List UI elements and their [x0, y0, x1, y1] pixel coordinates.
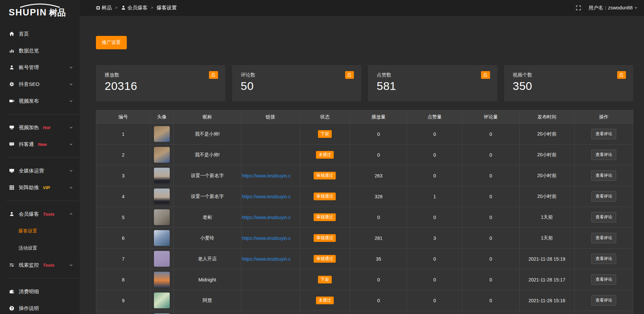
sidebar-item-account-management[interactable]: 账号管理 — [0, 59, 80, 76]
sidebar-item-label: 视频加热 — [19, 124, 39, 131]
view-comments-button[interactable]: 查看评论 — [591, 170, 616, 181]
table-cell: 未通过 — [300, 290, 350, 311]
status-badge: 审核通过 — [314, 255, 336, 263]
stat-card-label: 播放数 — [105, 72, 217, 78]
sidebar-item-tag: Tools — [43, 212, 54, 217]
table-cell — [150, 290, 173, 311]
promo-settings-button[interactable]: 推广设置 — [96, 36, 127, 49]
logo-en: SHUPIN — [9, 7, 47, 18]
table-cell: 2021-11-28 15:17 — [519, 269, 575, 290]
view-comments-button[interactable]: 查看评论 — [591, 274, 616, 285]
table-cell: 查看评论 — [575, 228, 633, 249]
table-cell: 查看评论 — [575, 165, 633, 186]
table-cell: 9 — [96, 290, 151, 311]
breadcrumb-item-0[interactable]: 树品 — [96, 5, 112, 11]
table-cell — [462, 311, 519, 314]
username-value: zswodun88 — [608, 5, 633, 10]
table-cell: 查看评论 — [575, 269, 633, 290]
fullscreen-icon[interactable] — [576, 5, 581, 11]
sliders-icon — [9, 262, 14, 268]
table-cell: 阿慧 — [173, 290, 241, 311]
sidebar-item-operation-guide[interactable]: 操作说明 — [0, 300, 80, 314]
status-badge: 下架 — [318, 130, 332, 138]
sidebar-item-media-operation[interactable]: 全媒体运营 — [0, 162, 80, 179]
view-comments-button[interactable]: 查看评论 — [591, 233, 616, 243]
sidebar-item-matrix-boost[interactable]: 矩阵助推VIP — [0, 179, 80, 196]
chevron-down-icon — [69, 82, 73, 86]
table-cell — [241, 311, 300, 314]
video-link[interactable]: https://www.iesdouyin.c — [242, 173, 291, 178]
sidebar-divider — [6, 278, 80, 278]
video-link[interactable]: https://www.iesdouyin.c — [242, 215, 291, 220]
table-cell: 0 — [350, 290, 407, 311]
table-cell: 0 — [462, 269, 519, 290]
sidebar-item-tag: VIP — [43, 185, 50, 190]
table-cell: 0 — [350, 207, 407, 228]
table-cell — [150, 145, 173, 165]
sidebar-item-tag: Hot — [43, 125, 50, 130]
breadcrumb-item-2[interactable]: 爆客设置 — [157, 5, 177, 11]
table-cell: 0 — [462, 145, 519, 165]
table-row: 9阿慧未通过0002021-11-28 15:16查看评论 — [96, 290, 633, 311]
view-comments-button[interactable]: 查看评论 — [591, 150, 616, 160]
breadcrumb-item-1[interactable]: 会员爆客 — [121, 5, 148, 11]
sidebar-subitem-baoke-settings[interactable]: 爆客设置 — [0, 222, 80, 240]
table-cell: 263 — [350, 165, 407, 186]
sidebar-item-douyin-seo[interactable]: 抖音SEO — [0, 76, 80, 93]
view-comments-button[interactable]: 查看评论 — [591, 212, 616, 222]
sidebar-item-clue-monitor[interactable]: 线索监控Tools — [0, 257, 80, 273]
sidebar-divider — [6, 201, 80, 201]
table-cell: 0 — [407, 145, 462, 165]
table-row: 6小爱玲https://www.iesdouyin.c审核通过281301天前查… — [96, 228, 633, 249]
user-icon — [9, 65, 14, 70]
wallet-icon — [9, 289, 14, 295]
table-cell — [150, 165, 173, 186]
help-icon — [9, 306, 14, 311]
avatar — [154, 126, 170, 142]
sidebar-item-member-baoke[interactable]: 会员爆客Tools — [0, 206, 80, 222]
column-header: 点赞量 — [407, 110, 462, 124]
table-cell: 0 — [350, 124, 407, 145]
status-badge: 未通过 — [316, 297, 334, 304]
topbar-right: 用户名：zswodun88 — [576, 5, 638, 11]
table-cell: 查看评论 — [575, 290, 633, 311]
table-cell — [150, 207, 173, 228]
sidebar-item-douketong[interactable]: 抖客通New — [0, 136, 80, 153]
user-menu[interactable]: 用户名：zswodun88 — [589, 5, 638, 11]
view-comments-button[interactable]: 查看评论 — [591, 254, 616, 264]
video-link[interactable]: https://www.iesdouyin.c — [242, 256, 291, 262]
table-cell: 20小时前 — [519, 124, 575, 145]
column-header: 状态 — [300, 110, 350, 124]
stat-card-1: 评论数50总 — [232, 65, 362, 101]
stat-card-label: 评论数 — [241, 72, 353, 78]
sidebar-item-video-heat[interactable]: 视频加热Hot — [0, 119, 80, 136]
sidebar-item-video-publish[interactable]: 视频发布 — [0, 93, 80, 109]
sidebar-item-home[interactable]: 首页 — [0, 25, 80, 42]
status-badge: 下架 — [318, 276, 332, 283]
view-comments-button[interactable]: 查看评论 — [591, 191, 616, 202]
video-link[interactable]: https://www.iesdouyin.c — [242, 235, 291, 241]
table-cell: 审核通过 — [300, 207, 350, 228]
table-cell: 4 — [96, 186, 151, 207]
column-header: 操作 — [575, 110, 633, 124]
table-cell: 查看评论 — [575, 249, 633, 269]
table-cell: 0 — [407, 165, 462, 186]
view-comments-button[interactable]: 查看评论 — [591, 129, 616, 139]
status-badge: 审核通过 — [314, 234, 336, 242]
table-cell: 设置一个新名字 — [173, 186, 241, 207]
table-cell: https://www.iesdouyin.c — [241, 228, 300, 249]
total-badge: 总 — [209, 71, 218, 79]
video-link[interactable]: https://www.iesdouyin.c — [242, 194, 291, 199]
sidebar-subitem-activity-settings[interactable]: 活动设置 — [0, 240, 80, 257]
breadcrumb: 树品>会员爆客>爆客设置 — [96, 5, 177, 11]
sidebar-item-consumption-detail[interactable]: 消费明细 — [0, 283, 80, 300]
sidebar-item-label: 数据总览 — [19, 48, 39, 54]
table-cell — [407, 311, 462, 314]
table-cell: 我不是小帅! — [173, 145, 241, 165]
sidebar-divider — [6, 114, 80, 114]
table-cell: 0 — [407, 290, 462, 311]
view-comments-button[interactable]: 查看评论 — [591, 295, 616, 306]
table-cell: 2021-11-28 15:16 — [519, 290, 575, 311]
table-cell: 8 — [96, 269, 151, 290]
sidebar-item-data-overview[interactable]: 数据总览 — [0, 42, 80, 59]
